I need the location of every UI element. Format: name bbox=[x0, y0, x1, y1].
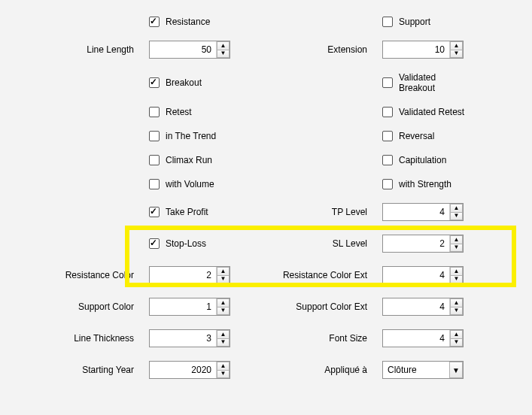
resistance-color-ext-label: Resistance Color Ext bbox=[247, 270, 367, 280]
take-profit-checkbox-row[interactable]: Take Profit bbox=[149, 207, 232, 217]
spinner-up-icon[interactable]: ▲ bbox=[217, 267, 230, 275]
font-size-spinner[interactable]: ▲ ▼ bbox=[382, 329, 464, 347]
with-volume-label: with Volume bbox=[166, 179, 214, 189]
spinner-down-icon[interactable]: ▼ bbox=[450, 244, 463, 253]
support-color-input[interactable] bbox=[150, 298, 216, 315]
in-the-trend-label: in The Trend bbox=[166, 131, 216, 141]
stop-loss-checkbox-row[interactable]: Stop-Loss bbox=[149, 238, 232, 249]
capitulation-label: Capitulation bbox=[399, 155, 446, 165]
settings-grid: . Resistance . Support Line Length ▲ ▼ E… bbox=[0, 0, 532, 395]
line-length-spinner[interactable]: ▲ ▼ bbox=[149, 41, 230, 59]
spinner-up-icon[interactable]: ▲ bbox=[450, 204, 463, 212]
validated-breakout-label: Validated Breakout bbox=[399, 72, 465, 93]
tp-level-label: TP Level bbox=[247, 207, 367, 217]
tp-level-spinner[interactable]: ▲ ▼ bbox=[382, 203, 464, 221]
checkbox-icon bbox=[149, 107, 160, 117]
support-color-ext-spinner[interactable]: ▲ ▼ bbox=[382, 298, 464, 316]
resistance-color-label: Resistance Color bbox=[14, 270, 134, 280]
support-color-label: Support Color bbox=[14, 301, 134, 312]
starting-year-label: Starting Year bbox=[14, 365, 134, 375]
checkbox-icon bbox=[382, 131, 393, 141]
checkbox-icon bbox=[149, 179, 160, 189]
spinner-up-icon[interactable]: ▲ bbox=[450, 330, 463, 338]
support-color-ext-label: Support Color Ext bbox=[247, 301, 367, 312]
checkbox-icon bbox=[149, 155, 160, 165]
checkbox-icon bbox=[382, 77, 393, 88]
checkbox-icon bbox=[382, 155, 393, 165]
checkbox-icon bbox=[382, 179, 393, 189]
spinner-down-icon[interactable]: ▼ bbox=[450, 212, 463, 221]
breakout-label: Breakout bbox=[166, 77, 202, 88]
breakout-checkbox-row[interactable]: Breakout bbox=[149, 77, 232, 88]
spinner-down-icon[interactable]: ▼ bbox=[217, 307, 230, 316]
font-size-input[interactable] bbox=[383, 330, 449, 347]
spinner-up-icon[interactable]: ▲ bbox=[450, 235, 463, 244]
stop-loss-label: Stop-Loss bbox=[166, 238, 206, 249]
resistance-checkbox-row[interactable]: Resistance bbox=[149, 17, 232, 27]
with-strength-checkbox-row[interactable]: with Strength bbox=[382, 179, 465, 189]
chevron-down-icon[interactable]: ▼ bbox=[449, 362, 463, 378]
capitulation-checkbox-row[interactable]: Capitulation bbox=[382, 155, 465, 165]
checkbox-icon bbox=[149, 207, 160, 217]
spinner-down-icon[interactable]: ▼ bbox=[217, 338, 230, 347]
validated-breakout-checkbox-row[interactable]: Validated Breakout bbox=[382, 72, 465, 93]
sl-level-input[interactable] bbox=[383, 235, 449, 252]
in-the-trend-checkbox-row[interactable]: in The Trend bbox=[149, 131, 232, 141]
extension-spinner[interactable]: ▲ ▼ bbox=[382, 41, 464, 59]
line-thickness-spinner[interactable]: ▲ ▼ bbox=[149, 329, 230, 347]
resistance-color-spinner[interactable]: ▲ ▼ bbox=[149, 266, 230, 284]
starting-year-input[interactable] bbox=[150, 362, 216, 378]
resistance-color-ext-input[interactable] bbox=[383, 267, 449, 283]
spinner-down-icon[interactable]: ▼ bbox=[450, 338, 463, 347]
climax-run-label: Climax Run bbox=[166, 155, 212, 165]
resistance-color-input[interactable] bbox=[150, 267, 216, 283]
checkbox-icon bbox=[149, 17, 160, 27]
spinner-down-icon[interactable]: ▼ bbox=[217, 275, 230, 284]
spinner-down-icon[interactable]: ▼ bbox=[217, 50, 230, 59]
spinner-up-icon[interactable]: ▲ bbox=[217, 362, 230, 370]
spinner-up-icon[interactable]: ▲ bbox=[217, 298, 230, 307]
climax-run-checkbox-row[interactable]: Climax Run bbox=[149, 155, 232, 165]
spinner-up-icon[interactable]: ▲ bbox=[217, 41, 230, 50]
line-thickness-label: Line Thickness bbox=[14, 333, 134, 344]
take-profit-label: Take Profit bbox=[166, 207, 208, 217]
spinner-up-icon[interactable]: ▲ bbox=[217, 330, 230, 338]
checkbox-icon bbox=[382, 17, 393, 27]
support-color-ext-input[interactable] bbox=[383, 298, 449, 315]
applied-to-select[interactable]: Clôture ▼ bbox=[382, 361, 464, 379]
spinner-down-icon[interactable]: ▼ bbox=[450, 50, 463, 59]
spinner-up-icon[interactable]: ▲ bbox=[450, 267, 463, 275]
validated-retest-label: Validated Retest bbox=[399, 107, 464, 117]
support-checkbox-row[interactable]: Support bbox=[382, 17, 465, 27]
support-color-spinner[interactable]: ▲ ▼ bbox=[149, 298, 230, 316]
tp-level-input[interactable] bbox=[383, 204, 449, 220]
resistance-color-ext-spinner[interactable]: ▲ ▼ bbox=[382, 266, 464, 284]
support-label: Support bbox=[399, 17, 430, 27]
starting-year-spinner[interactable]: ▲ ▼ bbox=[149, 361, 230, 379]
resistance-label: Resistance bbox=[166, 17, 210, 27]
spinner-up-icon[interactable]: ▲ bbox=[450, 41, 463, 50]
extension-label: Extension bbox=[247, 44, 367, 55]
extension-input[interactable] bbox=[383, 41, 449, 58]
line-length-input[interactable] bbox=[150, 41, 216, 58]
retest-checkbox-row[interactable]: Retest bbox=[149, 107, 232, 117]
with-strength-label: with Strength bbox=[399, 179, 451, 189]
checkbox-icon bbox=[149, 238, 160, 249]
sl-level-label: SL Level bbox=[247, 238, 367, 249]
line-thickness-input[interactable] bbox=[150, 330, 216, 347]
spinner-up-icon[interactable]: ▲ bbox=[450, 298, 463, 307]
spinner-down-icon[interactable]: ▼ bbox=[450, 307, 463, 316]
spinner-down-icon[interactable]: ▼ bbox=[217, 370, 230, 379]
sl-level-spinner[interactable]: ▲ ▼ bbox=[382, 235, 464, 253]
font-size-label: Font Size bbox=[247, 333, 367, 344]
with-volume-checkbox-row[interactable]: with Volume bbox=[149, 179, 232, 189]
checkbox-icon bbox=[382, 107, 393, 117]
reversal-checkbox-row[interactable]: Reversal bbox=[382, 131, 465, 141]
validated-retest-checkbox-row[interactable]: Validated Retest bbox=[382, 107, 465, 117]
spinner-down-icon[interactable]: ▼ bbox=[450, 275, 463, 284]
applied-to-label: Appliqué à bbox=[247, 365, 367, 375]
line-length-label: Line Length bbox=[14, 44, 134, 55]
applied-to-value: Clôture bbox=[383, 362, 449, 378]
checkbox-icon bbox=[149, 131, 160, 141]
reversal-label: Reversal bbox=[399, 131, 434, 141]
